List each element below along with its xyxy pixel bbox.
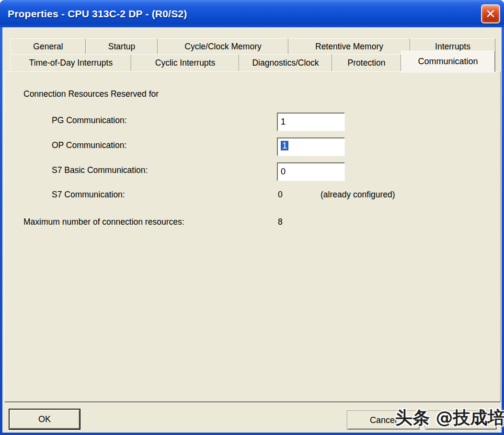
tab-label: Startup [108, 42, 135, 52]
tab-diagnostics-clock[interactable]: Diagnostics/Clock [239, 54, 332, 71]
tab-startup[interactable]: Startup [86, 38, 158, 54]
pg-communication-input[interactable] [277, 113, 345, 131]
tab-label: Time-of-Day Interrupts [29, 58, 113, 68]
tab-protection[interactable]: Protection [332, 54, 401, 71]
s7-communication-value: 0 [278, 190, 283, 200]
tab-label: Cycle/Clock Memory [184, 42, 261, 52]
tab-cycle-clock-memory[interactable]: Cycle/Clock Memory [158, 38, 288, 54]
tab-label: Cyclic Interrupts [155, 58, 215, 68]
max-connection-resources-label: Maximum number of connection resources: [23, 217, 184, 227]
max-connection-resources-value: 8 [278, 217, 283, 227]
s7-communication-note: (already configured) [321, 190, 395, 200]
tab-label: Retentive Memory [315, 42, 383, 52]
ok-button[interactable]: OK [9, 409, 80, 430]
tab-retentive-memory[interactable]: Retentive Memory [288, 38, 410, 54]
s7-communication-label: S7 Communication: [52, 190, 125, 200]
op-communication-label: OP Communication: [52, 140, 126, 150]
tab-communication[interactable]: Communication [401, 51, 495, 72]
help-button[interactable] [425, 411, 497, 430]
pg-communication-label: PG Communication: [52, 115, 127, 126]
ok-button-label: OK [38, 414, 51, 424]
tab-time-of-day-interrupts[interactable]: Time-of-Day Interrupts [11, 54, 131, 71]
tab-cyclic-interrupts[interactable]: Cyclic Interrupts [131, 54, 239, 71]
window-title: Properties - CPU 313C-2 DP - (R0/S2) [8, 8, 187, 20]
title-bar[interactable]: Properties - CPU 313C-2 DP - (R0/S2) ✕ [0, 0, 504, 27]
dialog-body: General Startup Cycle/Clock Memory Reten… [2, 27, 502, 433]
op-communication-input[interactable]: 1 [277, 137, 345, 156]
tab-general[interactable]: General [11, 38, 86, 54]
tab-label: General [33, 42, 63, 52]
close-icon: ✕ [485, 8, 496, 20]
cancel-button[interactable]: Cancel [347, 411, 420, 430]
selected-text: 1 [281, 141, 288, 150]
close-button[interactable]: ✕ [481, 4, 500, 23]
tab-label: Communication [418, 57, 478, 67]
tab-label: Interrupts [435, 42, 470, 52]
s7-basic-communication-input[interactable] [277, 162, 345, 181]
s7-basic-communication-label: S7 Basic Communication: [52, 165, 148, 175]
tab-row-2: Time-of-Day Interrupts Cyclic Interrupts… [11, 54, 495, 71]
tab-control: General Startup Cycle/Clock Memory Reten… [11, 38, 495, 71]
properties-dialog: Properties - CPU 313C-2 DP - (R0/S2) ✕ G… [0, 0, 504, 435]
cancel-button-label: Cancel [370, 415, 397, 425]
section-heading: Connection Resources Reserved for [23, 89, 159, 99]
communication-tab-panel: Connection Resources Reserved for PG Com… [4, 71, 501, 402]
tab-label: Protection [348, 58, 386, 68]
tab-label: Diagnostics/Clock [252, 58, 319, 68]
